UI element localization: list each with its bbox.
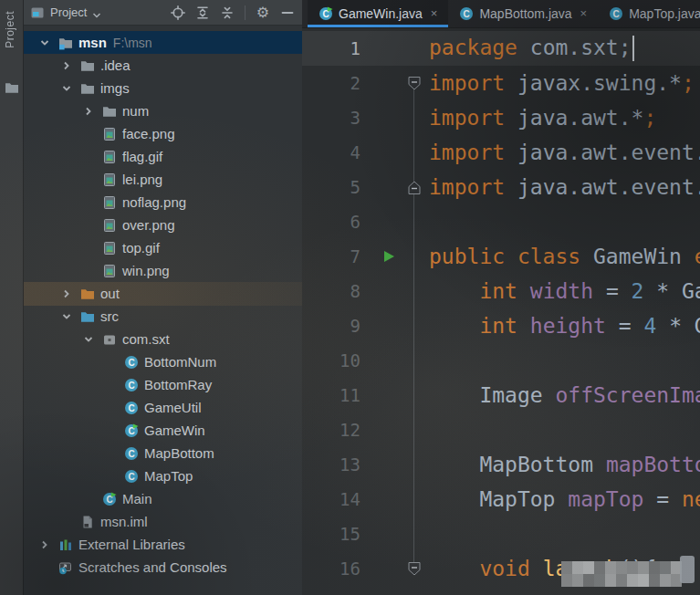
chevron-down-icon[interactable] (91, 8, 102, 19)
tree-item-label: src (100, 308, 119, 324)
tree-item-label: .idea (100, 57, 131, 73)
fold-start-icon[interactable] (407, 76, 422, 95)
tree-item-lei-png[interactable]: lei.png (23, 168, 302, 191)
line-number: 15 (302, 524, 360, 544)
close-icon[interactable]: × (580, 6, 588, 20)
image-file-icon (102, 172, 117, 187)
class-icon: C (124, 401, 139, 415)
chevron-down-icon[interactable] (82, 333, 99, 346)
code-text: public class GameWin ex (429, 245, 700, 268)
editor-line-2[interactable]: 2import javax.swing.*; (302, 66, 700, 100)
editor-line-11[interactable]: 11 Image offScreenImage (302, 378, 700, 412)
tree-item-bottomray[interactable]: CBottomRay (23, 373, 302, 396)
folder-icon (80, 81, 95, 96)
tab-maptop-java[interactable]: CMapTop.java (598, 0, 700, 27)
chevron-right-icon[interactable] (60, 59, 77, 72)
collapse-all-button[interactable] (220, 5, 235, 20)
line-number: 13 (302, 454, 360, 475)
line-number: 14 (302, 489, 360, 509)
editor-line-6[interactable]: 6 (302, 204, 700, 239)
chevron-down-icon[interactable] (60, 82, 77, 95)
run-arrow-icon[interactable] (381, 248, 397, 268)
close-icon[interactable]: × (431, 6, 438, 20)
fold-end-icon[interactable] (407, 180, 422, 199)
chevron-right-icon[interactable] (60, 287, 77, 300)
locate-button[interactable] (171, 5, 185, 20)
chevron-down-icon[interactable] (38, 37, 55, 49)
class-run-icon: C (319, 6, 333, 21)
tool-stripe: Project (0, 0, 24, 595)
gutter (360, 31, 429, 66)
tree-item-label: win.png (122, 263, 170, 278)
editor-line-8[interactable]: 8 int width = 2 * Gam (302, 274, 700, 308)
tree-item-flag-gif[interactable]: flag.gif (23, 145, 302, 168)
code-text: import java.awt.event.M (429, 141, 700, 164)
class-icon: C (459, 6, 474, 21)
editor-line-1[interactable]: 1package com.sxt; (302, 31, 700, 66)
tree-item-noflag-png[interactable]: noflag.png (23, 191, 302, 214)
hide-button[interactable] (280, 5, 295, 20)
chevron-spacer (82, 265, 99, 277)
editor-line-12[interactable]: 12 (302, 412, 700, 447)
tree-item-msn-iml[interactable]: msn.iml (23, 510, 302, 533)
editor-line-3[interactable]: 3import java.awt.*; (302, 100, 700, 135)
project-stripe-button[interactable]: Project (4, 11, 16, 48)
line-number: 6 (302, 212, 360, 232)
tree-item-bottomnum[interactable]: CBottomNum (23, 350, 302, 373)
tree-item-main[interactable]: CMain (23, 487, 302, 510)
editor-tab-bar: CGameWin.java×CMapBottom.java×CMapTop.ja… (302, 0, 700, 28)
tree-item-label: External Libraries (78, 537, 185, 552)
chevron-spacer (82, 151, 99, 163)
chevron-right-icon[interactable] (82, 105, 99, 118)
code-text: MapBottom mapBottom (429, 453, 700, 476)
project-toolbar: Project ⚙ (23, 0, 302, 26)
tab-gamewin-java[interactable]: CGameWin.java× (308, 0, 448, 27)
expand-all-button[interactable] (195, 5, 210, 20)
tree-item-gameutil[interactable]: CGameUtil (23, 396, 302, 419)
scrollbar-thumb[interactable] (680, 556, 695, 583)
tree-item-num[interactable]: num (23, 99, 302, 122)
panel-title[interactable]: Project (50, 5, 87, 19)
tree-item-mapbottom[interactable]: CMapBottom (23, 442, 302, 465)
folder-icon[interactable] (5, 80, 19, 95)
code-editor[interactable]: 1package com.sxt;2import javax.swing.*;3… (302, 28, 700, 595)
chevron-down-icon[interactable] (60, 310, 77, 323)
chevron-spacer (82, 128, 99, 141)
tree-item-imgs[interactable]: imgs (23, 77, 302, 99)
tree-item-src[interactable]: src (23, 305, 302, 328)
fold-start-icon[interactable] (407, 561, 422, 580)
tree-item-over-png[interactable]: over.png (23, 214, 302, 236)
tree-item-path: F:\msn (113, 36, 152, 50)
editor-line-7[interactable]: 7public class GameWin ex (302, 239, 700, 274)
tree-item-out[interactable]: out (23, 282, 302, 305)
editor-line-14[interactable]: 14 MapTop mapTop = new (302, 482, 700, 517)
editor: CGameWin.java×CMapBottom.java×CMapTop.ja… (302, 0, 700, 595)
tree-item-top-gif[interactable]: top.gif (23, 236, 302, 259)
editor-line-10[interactable]: 10 (302, 343, 700, 378)
svg-text:C: C (128, 357, 134, 367)
code-text: import java.awt.*; (429, 106, 700, 130)
tree-item-msn[interactable]: msnF:\msn (23, 31, 302, 54)
code-text: Image offScreenImage (429, 383, 700, 407)
chevron-spacer (104, 424, 120, 437)
editor-line-5[interactable]: 5import java.awt.event.M (302, 170, 700, 204)
tab-mapbottom-java[interactable]: CMapBottom.java× (448, 0, 598, 27)
editor-line-9[interactable]: 9 int height = 4 * Gam (302, 308, 700, 343)
tree-item-maptop[interactable]: CMapTop (23, 465, 302, 487)
tree-item-win-png[interactable]: win.png (23, 259, 302, 282)
tree-item-scratches-and-consoles[interactable]: Scratches and Consoles (23, 556, 302, 579)
editor-line-15[interactable]: 15 (302, 517, 700, 551)
tree-item--idea[interactable]: .idea (23, 54, 302, 77)
line-number: 3 (302, 108, 360, 128)
editor-line-13[interactable]: 13 MapBottom mapBottom (302, 447, 700, 482)
gutter (360, 135, 429, 170)
chevron-spacer (60, 516, 77, 528)
chevron-spacer (82, 196, 99, 209)
editor-line-4[interactable]: 4import java.awt.event.M (302, 135, 700, 170)
tree-item-face-png[interactable]: face.png (23, 122, 302, 145)
tree-item-external-libraries[interactable]: External Libraries (23, 533, 302, 556)
tree-item-gamewin[interactable]: CGameWin (23, 419, 302, 442)
tree-item-com-sxt[interactable]: com.sxt (23, 328, 302, 350)
settings-button[interactable]: ⚙ (256, 5, 270, 20)
chevron-right-icon[interactable] (38, 538, 55, 551)
